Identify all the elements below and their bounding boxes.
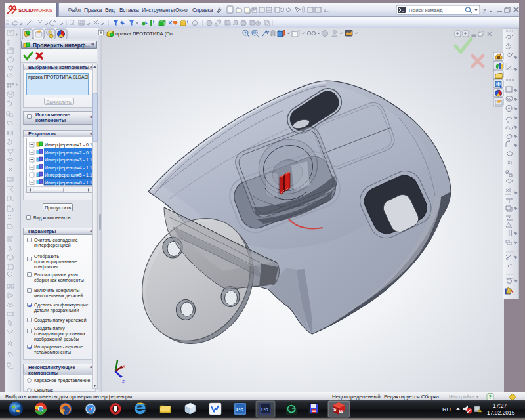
svg-text:правка ПРОТОТИПА (По ...: правка ПРОТОТИПА (По ... [116,31,178,37]
svg-text:Ps: Ps [261,406,268,413]
svg-text:S: S [333,407,337,411]
svg-text:Интерференция4 - 1.1: Интерференция4 - 1.1 [45,165,93,171]
svg-text:17:27: 17:27 [493,402,507,409]
svg-text:1...: 1... [324,8,330,12]
svg-text:WORKS: WORKS [33,7,53,13]
svg-text:!: ! [479,409,480,413]
svg-text:Интерференция1 - 0.1: Интерференция1 - 0.1 [45,142,93,148]
svg-text:Интерференция6 - 1.1: Интерференция6 - 1.1 [45,180,93,186]
svg-text:.o: .o [192,22,196,26]
svg-text:Поиск команд: Поиск команд [409,7,443,13]
svg-text:?: ? [482,7,486,14]
svg-text:Интерференция5 - 1.1: Интерференция5 - 1.1 [45,173,93,178]
svg-text:Интерференция3 - 1.1: Интерференция3 - 1.1 [45,158,93,163]
svg-text:Интерференция2 - 0.1: Интерференция2 - 0.1 [45,150,93,156]
svg-text:Ps: Ps [236,406,243,413]
svg-text:z: z [122,378,125,384]
svg-text:x: x [123,363,125,369]
svg-text:W: W [339,410,344,414]
svg-text:?: ? [489,394,492,400]
svg-text:17.02.2015: 17.02.2015 [487,410,515,416]
svg-text:SOLID: SOLID [18,7,33,13]
svg-text:RU: RU [442,406,451,413]
